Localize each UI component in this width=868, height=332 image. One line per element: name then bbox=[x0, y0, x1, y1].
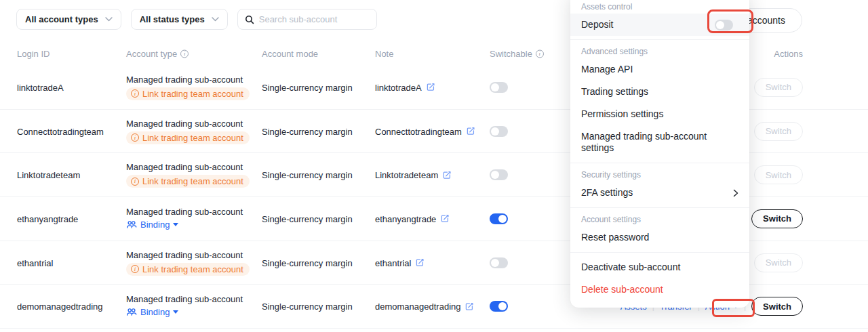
edit-note-icon[interactable] bbox=[440, 214, 450, 224]
chevron-down-icon bbox=[105, 17, 113, 22]
login-id-cell: ethanyangtrade bbox=[17, 213, 78, 224]
chevron-down-icon bbox=[212, 17, 219, 22]
account-type-cell: Managed trading sub-accountiLink trading… bbox=[126, 119, 250, 144]
row-action-menu: Assets controlDepositAdvanced settingsMa… bbox=[570, 0, 749, 308]
account-type-cell: Managed trading sub-accountiLink trading… bbox=[126, 75, 250, 100]
link-trading-team-badge: iLink trading team account bbox=[126, 175, 250, 188]
switch-button[interactable]: Switch bbox=[754, 78, 803, 97]
note-cell: demomanagedtrading bbox=[375, 302, 474, 312]
search-box[interactable] bbox=[237, 9, 377, 30]
account-type-text: Managed trading sub-account bbox=[126, 75, 250, 85]
switchable-toggle[interactable] bbox=[490, 126, 508, 137]
status-type-select[interactable]: All status types bbox=[131, 9, 228, 30]
switchable-cell bbox=[490, 82, 508, 93]
edit-note-icon[interactable] bbox=[426, 83, 435, 92]
edit-note-icon[interactable] bbox=[465, 302, 474, 311]
account-type-text: Managed trading sub-account bbox=[126, 207, 243, 217]
menu-section-label: Security settings bbox=[570, 167, 749, 182]
menu-section-label: Assets control bbox=[570, 0, 749, 14]
search-icon bbox=[245, 15, 254, 24]
note-cell: ethantrial bbox=[375, 257, 425, 268]
menu-item-manage-api[interactable]: Manage API bbox=[570, 58, 749, 81]
chevron-right-icon bbox=[733, 189, 738, 197]
edit-note-icon[interactable] bbox=[415, 258, 425, 268]
edit-note-icon[interactable] bbox=[442, 170, 452, 180]
switchable-cell bbox=[490, 169, 508, 180]
menu-item-deactivate-sub-account[interactable]: Deactivate sub-account bbox=[570, 256, 749, 278]
account-mode-cell: Single-currency margin bbox=[262, 302, 353, 312]
filter-bar: All account types All status types bbox=[16, 9, 377, 30]
info-icon: i bbox=[131, 178, 139, 186]
account-type-select[interactable]: All account types bbox=[16, 9, 121, 30]
account-type-text: Managed trading sub-account bbox=[126, 250, 250, 260]
account-type-text: Managed trading sub-account bbox=[126, 119, 250, 129]
account-mode-cell: Single-currency margin bbox=[262, 126, 353, 136]
note-cell: ethanyangtrade bbox=[375, 213, 450, 224]
menu-divider bbox=[570, 252, 749, 253]
account-mode-cell: Single-currency margin bbox=[262, 257, 353, 268]
login-id-cell: linktotradeA bbox=[17, 82, 64, 92]
caret-down-icon bbox=[173, 223, 178, 226]
switchable-cell bbox=[490, 257, 508, 268]
switchable-cell bbox=[490, 213, 508, 224]
account-type-text: Managed trading sub-account bbox=[126, 162, 250, 172]
binding-dropdown-link[interactable]: Binding bbox=[126, 307, 178, 317]
header-account-type: Account typei bbox=[126, 49, 189, 59]
menu-item-reset-password[interactable]: Reset password bbox=[570, 226, 749, 249]
info-icon: i bbox=[131, 265, 139, 273]
menu-divider bbox=[570, 163, 749, 163]
account-type-cell: Managed trading sub-accountBinding bbox=[126, 294, 243, 318]
account-mode-cell: Single-currency margin bbox=[262, 170, 353, 180]
login-id-cell: Linktotradeteam bbox=[17, 170, 80, 180]
switchable-toggle[interactable] bbox=[490, 301, 508, 312]
switchable-toggle[interactable] bbox=[490, 82, 508, 93]
login-id-cell: demomanagedtrading bbox=[17, 302, 102, 312]
login-id-cell: Connecttotradingteam bbox=[17, 126, 104, 136]
info-icon[interactable]: i bbox=[180, 49, 189, 58]
menu-item-trading-settings[interactable]: Trading settings bbox=[570, 81, 749, 103]
header-switchable: Switchablei bbox=[490, 49, 544, 59]
search-input[interactable] bbox=[259, 14, 368, 24]
header-login-id: Login ID bbox=[17, 49, 50, 59]
link-trading-team-badge: iLink trading team account bbox=[126, 131, 250, 144]
menu-divider bbox=[570, 207, 749, 208]
account-type-cell: Managed trading sub-accountiLink trading… bbox=[126, 250, 250, 276]
binding-dropdown-link[interactable]: Binding bbox=[126, 220, 178, 230]
menu-section-label: Account settings bbox=[570, 211, 749, 226]
edit-note-icon[interactable] bbox=[466, 127, 475, 136]
users-icon bbox=[126, 308, 137, 316]
caret-down-icon bbox=[173, 310, 178, 314]
login-id-cell: ethantrial bbox=[17, 257, 53, 268]
link-trading-team-badge: iLink trading team account bbox=[126, 87, 250, 100]
switch-button[interactable]: Switch bbox=[751, 297, 803, 316]
menu-item-deposit[interactable]: Deposit bbox=[570, 14, 749, 36]
switch-button[interactable]: Switch bbox=[754, 122, 803, 141]
account-mode-cell: Single-currency margin bbox=[262, 82, 353, 92]
info-icon: i bbox=[131, 89, 139, 98]
switch-button[interactable]: Switch bbox=[754, 165, 803, 184]
status-type-select-value: All status types bbox=[140, 14, 205, 24]
info-icon: i bbox=[131, 133, 139, 142]
note-cell: Connecttotradingteam bbox=[375, 126, 475, 136]
account-type-cell: Managed trading sub-accountiLink trading… bbox=[126, 162, 250, 188]
switchable-toggle[interactable] bbox=[490, 213, 508, 224]
account-type-select-value: All account types bbox=[25, 14, 98, 24]
menu-item-managed-trading-sub-account-settings[interactable]: Managed trading sub-account settings bbox=[570, 125, 749, 159]
menu-item-2fa-settings[interactable]: 2FA settings bbox=[570, 182, 749, 204]
switchable-toggle[interactable] bbox=[490, 169, 508, 180]
link-trading-team-badge: iLink trading team account bbox=[126, 263, 250, 276]
account-type-cell: Managed trading sub-accountBinding bbox=[126, 207, 243, 231]
menu-item-permission-settings[interactable]: Permission settings bbox=[570, 103, 749, 125]
users-icon bbox=[126, 220, 137, 229]
switch-button[interactable]: Switch bbox=[754, 253, 803, 272]
header-account-mode: Account mode bbox=[262, 49, 318, 59]
menu-divider bbox=[570, 39, 749, 40]
switchable-toggle[interactable] bbox=[490, 257, 508, 268]
deposit-toggle[interactable] bbox=[715, 20, 733, 30]
info-icon[interactable]: i bbox=[536, 49, 544, 58]
note-cell: linktotradeA bbox=[375, 82, 435, 92]
menu-item-delete-sub-account[interactable]: Delete sub-account bbox=[570, 278, 749, 301]
switch-button[interactable]: Switch bbox=[751, 209, 803, 228]
menu-section-label: Advanced settings bbox=[570, 43, 749, 58]
header-note: Note bbox=[375, 49, 393, 59]
